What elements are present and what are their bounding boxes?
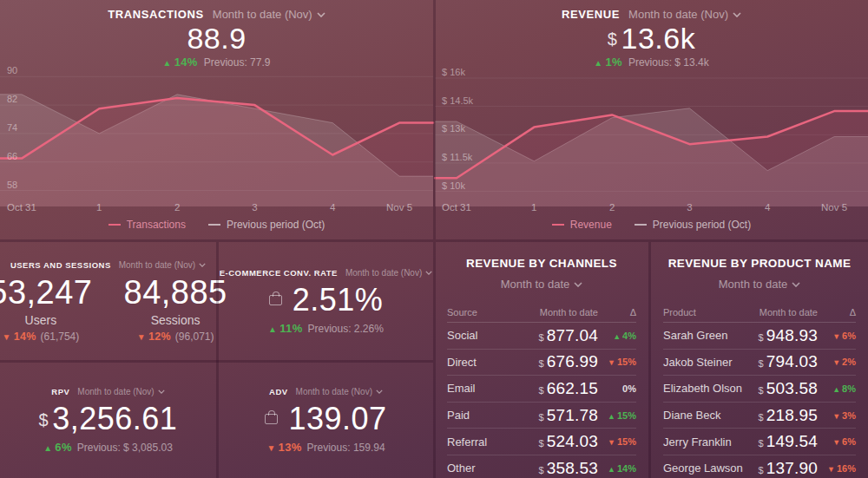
panel-divider <box>433 0 436 239</box>
legend-transactions[interactable]: Transactions <box>108 219 186 231</box>
row-value: $503.58 <box>759 379 818 398</box>
period-dropdown[interactable]: Month to date <box>719 278 801 291</box>
adv-panel[interactable]: ADV Month to date (Nov) 139.07 ▼13% Prev… <box>219 363 433 478</box>
rpv-panel[interactable]: RPV Month to date (Nov) $3,256.61 ▲6% Pr… <box>0 363 216 478</box>
column-header: Product <box>663 307 760 318</box>
period-dropdown[interactable]: Month to date (Nov) <box>345 268 432 278</box>
value-row: $3,256.61 <box>39 401 178 437</box>
delta-badge: ▼14% <box>2 331 36 343</box>
table-row[interactable]: Paid$571.78▲15% <box>447 403 636 429</box>
sessions-metric: 84,885 Sessions ▼12% (96,071) <box>124 274 227 343</box>
row-value: $571.78 <box>539 406 598 425</box>
row-label: Diane Beck <box>663 409 759 422</box>
delta-badge: ▲6% <box>43 441 72 454</box>
table-title: REVENUE BY PRODUCT NAME <box>663 257 856 270</box>
row-label: Sarah Green <box>663 329 759 342</box>
revenue-by-channels-panel[interactable]: REVENUE BY CHANNELS Month to date Source… <box>435 242 648 478</box>
triangle-down-icon: ▼ <box>832 438 840 447</box>
row-delta: ▼3% <box>818 410 856 421</box>
value-row: 139.07 <box>265 401 386 437</box>
delta-row: ▲1% Previous: $ 13.4k <box>435 56 868 69</box>
row-delta: ▼6% <box>818 436 856 447</box>
ecommerce-conv-rate-panel[interactable]: E-COMMERCE CONV. RATE Month to date (Nov… <box>219 242 433 360</box>
table-row[interactable]: Diane Beck$218.95▼3% <box>663 403 856 429</box>
x-axis-label: 2 <box>174 202 180 213</box>
currency-prefix: $ <box>539 438 544 449</box>
metric-value: 88.9 <box>0 22 433 56</box>
value-number: 137.90 <box>766 459 818 477</box>
x-axis-label: Oct 31 <box>7 202 36 213</box>
row-delta: 0% <box>598 383 636 394</box>
triangle-down-icon: ▼ <box>832 358 840 367</box>
previous-value: (61,754) <box>41 331 80 343</box>
x-axis-label: 3 <box>252 202 257 213</box>
chevron-down-icon <box>317 12 326 17</box>
panel-divider <box>648 242 651 478</box>
x-axis-labels: Oct 311234Nov 5 <box>0 202 433 214</box>
table-row[interactable]: George Lawson$137.90▼16% <box>663 455 856 478</box>
legend-previous-period[interactable]: Previous period (Oct) <box>208 219 325 231</box>
table-row[interactable]: Direct$676.99▼15% <box>447 350 636 377</box>
column-header: Month to date <box>760 307 818 318</box>
value-number: 662.15 <box>547 379 598 397</box>
value-number: 948.93 <box>766 326 818 344</box>
period-dropdown[interactable]: Month to date (Nov) <box>119 260 206 270</box>
column-header: Δ <box>818 307 856 318</box>
table-row[interactable]: Sarah Green$948.93▼6% <box>663 323 856 350</box>
row-value: $137.90 <box>759 459 818 478</box>
chevron-down-icon <box>425 271 432 275</box>
users-metric: 53,247 Users ▼14% (61,754) <box>0 274 93 343</box>
row-label: Elizabeth Olson <box>663 382 759 395</box>
table-row[interactable]: Referral$524.03▼15% <box>447 429 636 455</box>
transactions-header: TRANSACTIONS Month to date (Nov) <box>0 8 433 21</box>
row-value: $676.99 <box>539 352 598 371</box>
period-dropdown[interactable]: Month to date (Nov) <box>213 8 326 21</box>
revenue-by-product-panel[interactable]: REVENUE BY PRODUCT NAME Month to date Pr… <box>651 242 868 478</box>
chart-legend: Transactions Previous period (Oct) <box>0 219 433 231</box>
value-number: 149.54 <box>766 432 818 450</box>
table-row[interactable]: Elizabeth Olson$503.58▲8% <box>663 376 856 403</box>
period-dropdown[interactable]: Month to date (Nov) <box>628 8 741 21</box>
delta-badge: ▼13% <box>266 441 301 454</box>
metric-label: Sessions <box>151 313 201 327</box>
x-axis-label: 4 <box>765 202 770 213</box>
delta-badge: ▼12% <box>137 331 171 343</box>
period-label: Month to date (Nov) <box>119 260 195 270</box>
metric-value: 53,247 <box>0 274 93 311</box>
period-dropdown[interactable]: Month to date (Nov) <box>77 387 164 396</box>
table-row[interactable]: Email$662.150% <box>447 376 636 403</box>
y-axis-label: $ 16k <box>442 67 465 77</box>
line-chart <box>0 68 433 206</box>
shopping-bag-icon <box>265 414 278 424</box>
delta-row: ▲14% Previous: 77.9 <box>0 56 433 69</box>
currency-prefix: $ <box>759 465 764 475</box>
period-dropdown[interactable]: Month to date <box>501 278 583 291</box>
previous-value: Previous: 2.26% <box>308 323 384 335</box>
chevron-down-icon <box>199 263 206 267</box>
row-label: Other <box>447 462 539 475</box>
table-row[interactable]: Other$358.53▲14% <box>447 455 636 478</box>
table-row[interactable]: Jerry Franklin$149.54▼6% <box>663 429 856 455</box>
x-axis-label: 4 <box>330 202 335 213</box>
table-body: Social$877.04▲4%Direct$676.99▼15%Email$6… <box>447 323 636 478</box>
table-row[interactable]: Jakob Steiner$794.03▼2% <box>663 350 856 377</box>
delta-badge: ▲1% <box>594 56 622 69</box>
column-header: Source <box>447 307 540 318</box>
transactions-panel[interactable]: TRANSACTIONS Month to date (Nov) 88.9 ▲1… <box>0 0 433 239</box>
metric-value: $13.6k <box>435 22 868 56</box>
row-value: $524.03 <box>539 432 598 451</box>
y-axis-label: $ 11.5k <box>442 152 472 162</box>
legend-revenue[interactable]: Revenue <box>552 219 612 231</box>
users-sessions-panel[interactable]: USERS AND SESSIONS Month to date (Nov) 5… <box>0 242 216 360</box>
x-axis-labels: Oct 311234Nov 5 <box>435 202 868 214</box>
chevron-down-icon <box>158 390 165 394</box>
value-row: 2.51% <box>269 282 384 318</box>
delta-row: ▲6% Previous: $ 3,085.03 <box>43 441 173 454</box>
revenue-panel[interactable]: REVENUE Month to date (Nov) $13.6k ▲1% P… <box>435 0 868 239</box>
period-dropdown[interactable]: Month to date (Nov) <box>296 387 383 396</box>
legend-previous-period[interactable]: Previous period (Oct) <box>635 219 751 231</box>
table-row[interactable]: Social$877.04▲4% <box>447 323 636 350</box>
row-value: $794.03 <box>759 352 818 371</box>
delta-row: ▼13% Previous: 159.94 <box>266 441 385 454</box>
row-delta: ▼15% <box>598 436 636 447</box>
